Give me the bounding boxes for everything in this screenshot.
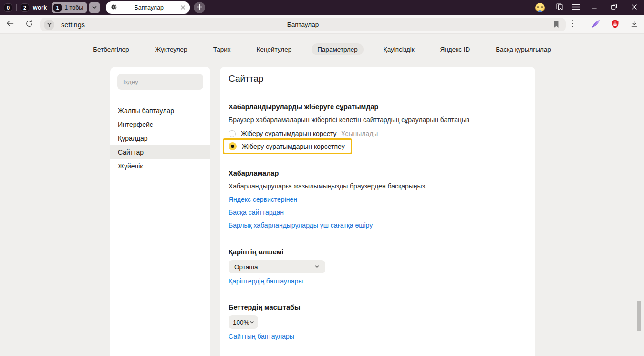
- page-scale-heading: Беттердің масштабы: [229, 304, 527, 311]
- tab-close-icon[interactable]: [180, 3, 186, 12]
- divider: [220, 90, 535, 90]
- window-minimize-button[interactable]: [584, 0, 604, 15]
- tab-panels-icon: [555, 2, 564, 13]
- window-restore-button[interactable]: [604, 0, 624, 15]
- link-yandex-services[interactable]: Яндекс сервистерінен: [229, 196, 297, 203]
- sidebar-item-tools[interactable]: Құралдар: [110, 131, 210, 145]
- download-icon: [630, 19, 639, 31]
- page-scale-value: 100%: [233, 319, 249, 326]
- pinned-tab-label[interactable]: work: [33, 4, 47, 11]
- downloads-button[interactable]: [624, 15, 644, 34]
- url-input[interactable]: settings Баптаулар: [40, 18, 566, 31]
- refresh-icon: [25, 19, 34, 30]
- bookmark-flag-icon[interactable]: [552, 20, 560, 31]
- search-input[interactable]: [117, 74, 203, 90]
- restore-icon: [611, 3, 617, 12]
- tab-title: Баптаулар: [120, 4, 177, 11]
- tab-group-expand-button[interactable]: [89, 2, 100, 13]
- link-mute-all-notifications[interactable]: Барлық хабарландыруларды үш сағатқа өшір…: [229, 221, 373, 229]
- address-bar: settings Баптаулар: [0, 15, 644, 34]
- pinned-tab-badge[interactable]: 0: [4, 3, 12, 12]
- sidebar-item-general[interactable]: Жалпы баптаулар: [110, 104, 210, 117]
- browser-tab-settings[interactable]: Баптаулар: [106, 1, 190, 14]
- browser-menu-button[interactable]: [568, 0, 584, 15]
- annotation-highlight-box: Жіберу сұратымдарын көрсетпеу: [223, 138, 352, 154]
- back-arrow-icon: [5, 19, 15, 30]
- tab-group-count-badge: 1: [53, 4, 62, 12]
- toolbar-divider: [584, 20, 584, 30]
- font-size-select[interactable]: Орташа: [229, 260, 325, 273]
- radio-label[interactable]: Жіберу сұратымдарын көрсетпеу: [242, 143, 345, 150]
- window-close-button[interactable]: [624, 0, 644, 15]
- vertical-dots-icon: [571, 19, 574, 30]
- site-icon: [44, 20, 54, 30]
- protect-button[interactable]: [605, 15, 624, 34]
- push-requests-description: Браузер хабарламаларын жібергісі келетін…: [229, 116, 527, 124]
- user-avatar[interactable]: [535, 3, 545, 12]
- radio-selected-icon[interactable]: [229, 142, 237, 150]
- tab-settings[interactable]: Параметрлер: [312, 43, 364, 55]
- radio-option-show-requests[interactable]: Жіберу сұратымдарын көрсету Ұсынылады: [229, 130, 527, 137]
- refresh-button[interactable]: [20, 15, 39, 34]
- url-text: settings: [61, 21, 85, 29]
- settings-nav-tabs: Бетбелгілер Жүктеулер Тарих Кеңейтулер П…: [0, 34, 644, 55]
- tab-history[interactable]: Тарих: [208, 43, 237, 55]
- link-site-settings[interactable]: Сайттың баптаулары: [229, 333, 294, 340]
- font-size-value: Орташа: [234, 263, 258, 271]
- radio-option-hide-requests[interactable]: Жіберу сұратымдарын көрсетпеу: [229, 142, 345, 150]
- titlebar: 0 2 work 1 1 тобы: [0, 0, 644, 15]
- new-tab-button[interactable]: [194, 2, 205, 13]
- settings-sidebar: Жалпы баптаулар Интерфейс Құралдар Сайтт…: [110, 67, 210, 356]
- addressbar-more-button[interactable]: [563, 15, 582, 34]
- shield-lock-icon: [610, 19, 620, 31]
- lightweight-mode-button[interactable]: [586, 15, 605, 34]
- tab-panels-button[interactable]: [551, 0, 568, 15]
- tab-extensions[interactable]: Кеңейтулер: [251, 43, 298, 55]
- font-size-heading: Қаріптің өлшемі: [229, 248, 527, 256]
- back-button[interactable]: [0, 15, 20, 34]
- link-other-sites[interactable]: Басқа сайттардан: [229, 209, 284, 216]
- notifications-description: Хабарландыруларға жазылымыңызды браузерд…: [229, 182, 527, 190]
- feather-icon: [591, 19, 601, 31]
- scrollbar-thumb[interactable]: [637, 301, 641, 331]
- page-title: Сайттар: [229, 73, 527, 84]
- pinned-tab-badge[interactable]: 2: [21, 3, 29, 12]
- page-scale-select[interactable]: 100%: [229, 315, 258, 329]
- push-requests-heading: Хабарландыруларды жіберуге сұратымдар: [229, 103, 527, 111]
- gear-icon: [110, 3, 117, 12]
- hamburger-menu-icon: [572, 3, 580, 12]
- close-icon: [631, 3, 637, 12]
- tab-group-pill[interactable]: 1 1 тобы: [52, 2, 87, 13]
- chevron-down-icon: [92, 3, 97, 12]
- recommended-badge: Ұсынылады: [342, 130, 378, 137]
- link-font-settings[interactable]: Қаріптердің баптаулары: [229, 277, 303, 285]
- settings-page: Бетбелгілер Жүктеулер Тарих Кеңейтулер П…: [0, 34, 644, 356]
- tab-security[interactable]: Қауіпсіздік: [378, 43, 420, 55]
- minimize-icon: [591, 3, 597, 12]
- sidebar-item-system[interactable]: Жүйелік: [110, 159, 210, 173]
- tab-yandex-id[interactable]: Яндекс ID: [435, 43, 476, 55]
- chevron-down-icon: [249, 319, 254, 326]
- tab-downloads[interactable]: Жүктеулер: [149, 43, 193, 55]
- pinned-tabs: 0 2 work: [0, 3, 47, 12]
- notifications-heading: Хабарламалар: [229, 169, 527, 177]
- settings-content: Сайттар Хабарландыруларды жіберуге сұрат…: [220, 67, 535, 356]
- tab-group: 1 1 тобы: [52, 2, 100, 13]
- radio-label[interactable]: Жіберу сұратымдарын көрсету: [241, 130, 337, 137]
- sidebar-item-sites[interactable]: Сайттар: [110, 145, 210, 159]
- tab-bookmarks[interactable]: Бетбелгілер: [87, 43, 135, 55]
- sidebar-item-interface[interactable]: Интерфейс: [110, 117, 210, 131]
- plus-icon: [197, 3, 203, 12]
- chevron-down-icon: [314, 263, 320, 271]
- addressbar-page-title: Баптаулар: [40, 21, 566, 28]
- pin-separator: [16, 4, 17, 11]
- tab-group-label: 1 тобы: [64, 4, 83, 11]
- radio-unselected-icon[interactable]: [229, 130, 236, 137]
- tab-other-devices[interactable]: Басқа құрылғылар: [490, 43, 557, 55]
